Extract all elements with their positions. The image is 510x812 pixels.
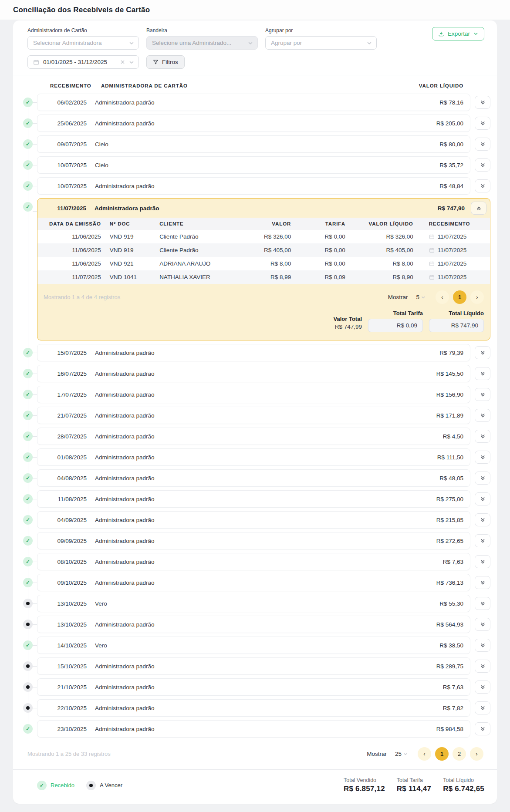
row-value: R$ 80,00	[439, 141, 463, 148]
receivable-row[interactable]: 15/07/2025 Administradora padrão R$ 79,3…	[37, 344, 470, 361]
col-data-emissao: DATA DA EMISSÃO	[37, 218, 105, 230]
expand-row-button[interactable]	[475, 534, 490, 547]
table-row: 11/08/2025 Administradora padrão R$ 275,…	[20, 490, 490, 508]
receivable-row[interactable]: 23/10/2025 Administradora padrão R$ 984,…	[37, 720, 470, 738]
receivable-row[interactable]: 09/09/2025 Administradora padrão R$ 272,…	[37, 532, 470, 549]
receivable-row[interactable]: 16/07/2025 Administradora padrão R$ 145,…	[37, 365, 470, 382]
expand-row-button[interactable]	[475, 681, 490, 694]
prev-page-button[interactable]: ‹	[418, 747, 431, 761]
status-legend: Recebido A Vencer	[37, 781, 122, 790]
expand-row-button[interactable]	[475, 451, 490, 464]
expand-row-button[interactable]	[475, 722, 490, 735]
detail-emissao: 11/06/2025	[37, 230, 105, 243]
expanded-panel: 11/07/2025 Administradora padrão R$ 747,…	[37, 198, 490, 340]
detail-page-button[interactable]: 1	[453, 290, 466, 304]
expanded-panel-header[interactable]: 11/07/2025 Administradora padrão R$ 747,…	[37, 199, 490, 218]
detail-page-size-select[interactable]: 5	[416, 294, 426, 300]
date-range-picker[interactable]: 01/01/2025 - 31/12/2025	[27, 55, 139, 69]
expand-row-button[interactable]	[475, 96, 490, 109]
page-button-2[interactable]: 2	[453, 747, 466, 761]
expand-row-button[interactable]	[475, 639, 490, 652]
receivable-row[interactable]: 09/10/2025 Administradora padrão R$ 736,…	[37, 574, 470, 591]
next-page-button[interactable]: ›	[470, 747, 483, 761]
agrupar-select[interactable]: Agrupar por	[265, 36, 377, 50]
row-admin: Administradora padrão	[95, 183, 155, 189]
detail-recebimento-cell: 11/07/2025	[418, 270, 490, 284]
row-admin: Administradora padrão	[95, 726, 155, 732]
receivable-row[interactable]: 13/10/2025 Vero R$ 55,30	[37, 595, 470, 612]
table-row: 16/07/2025 Administradora padrão R$ 145,…	[20, 365, 490, 382]
receivable-row[interactable]: 17/07/2025 Administradora padrão R$ 156,…	[37, 386, 470, 403]
timeline-dash	[33, 520, 37, 520]
detail-tarifa: R$ 0,00	[295, 243, 350, 257]
expand-row-button[interactable]	[475, 117, 490, 130]
expand-row-button[interactable]	[475, 138, 490, 151]
detail-row[interactable]: 11/06/2025 VND 919 Cliente Padrão R$ 326…	[37, 230, 490, 243]
row-value: R$ 171,89	[436, 412, 463, 419]
detail-row[interactable]: 11/06/2025 VND 919 Cliente Padrão R$ 405…	[37, 243, 490, 257]
filtros-button[interactable]: Filtros	[146, 55, 185, 69]
detail-row[interactable]: 11/06/2025 VND 921 ADRIANA ARAUJO R$ 8,0…	[37, 257, 490, 270]
receivable-row[interactable]: 21/07/2025 Administradora padrão R$ 171,…	[37, 407, 470, 424]
expand-row-button[interactable]	[475, 430, 490, 443]
timeline-dash	[33, 394, 37, 395]
receivable-row[interactable]: 10/07/2025 Administradora padrão R$ 48,8…	[37, 177, 470, 195]
receivable-row[interactable]: 04/09/2025 Administradora padrão R$ 215,…	[37, 511, 470, 529]
expand-row-button[interactable]	[475, 555, 490, 568]
expand-row-button[interactable]	[475, 388, 490, 401]
detail-tarifa: R$ 0,00	[295, 230, 350, 243]
expand-row-button[interactable]	[475, 492, 490, 505]
expand-row-button[interactable]	[475, 618, 490, 631]
expand-row-button[interactable]	[475, 179, 490, 192]
receivable-row[interactable]: 15/10/2025 Administradora padrão R$ 289,…	[37, 657, 470, 675]
detail-doc: VND 1041	[105, 270, 155, 284]
receivable-row[interactable]: 04/08/2025 Administradora padrão R$ 48,0…	[37, 469, 470, 487]
receivable-row[interactable]: 25/06/2025 Administradora padrão R$ 205,…	[37, 115, 470, 132]
expand-row-button[interactable]	[475, 158, 490, 172]
detail-cliente: Cliente Padrão	[155, 243, 236, 257]
collapse-row-button[interactable]	[471, 202, 486, 215]
receivable-row[interactable]: 11/08/2025 Administradora padrão R$ 275,…	[37, 490, 470, 508]
expand-row-button[interactable]	[475, 367, 490, 380]
row-date: 10/07/2025	[44, 162, 87, 168]
chevron-down-icon	[421, 295, 426, 300]
expand-row-button[interactable]	[475, 576, 490, 589]
detail-prev-page-button[interactable]: ‹	[436, 290, 449, 304]
timeline-dash	[33, 436, 37, 437]
expand-row-button[interactable]	[475, 701, 490, 714]
expand-row-button[interactable]	[475, 597, 490, 610]
page-button-1[interactable]: 1	[435, 747, 449, 761]
list-pagination: Mostrando 1 a 25 de 33 registros Mostrar…	[20, 741, 490, 769]
receivable-row[interactable]: 14/10/2025 Vero R$ 38,50	[37, 637, 470, 654]
clear-date-icon[interactable]	[120, 60, 125, 64]
administradora-select[interactable]: Selecionar Administradora	[27, 36, 139, 50]
expand-row-button[interactable]	[475, 513, 490, 526]
timeline-dash	[33, 603, 37, 604]
receivable-row[interactable]: 22/10/2025 Administradora padrão R$ 7,82	[37, 699, 470, 717]
total-liquido-value: R$ 6.742,65	[443, 785, 484, 793]
receivable-row[interactable]: 28/07/2025 Administradora padrão R$ 4,50	[37, 428, 470, 445]
expand-row-button[interactable]	[475, 472, 490, 485]
table-row: 10/07/2025 Administradora padrão R$ 48,8…	[20, 177, 490, 195]
detail-next-page-button[interactable]: ›	[470, 290, 484, 304]
receivable-row[interactable]: 10/07/2025 Cielo R$ 35,72	[37, 156, 470, 174]
export-button[interactable]: Exportar	[432, 27, 484, 40]
table-row: 10/07/2025 Cielo R$ 35,72	[20, 156, 490, 174]
expand-row-button[interactable]	[475, 346, 490, 359]
detail-recebimento: 11/07/2025	[438, 233, 467, 240]
expand-row-button[interactable]	[475, 409, 490, 422]
expand-row-button[interactable]	[475, 660, 490, 673]
detail-valor-liquido: R$ 405,00	[350, 243, 418, 257]
detail-pagination: Mostrando 1 a 4 de 4 registros Mostrar 5…	[37, 284, 490, 306]
receivable-row[interactable]: 13/10/2025 Administradora padrão R$ 564,…	[37, 616, 470, 633]
total-liquido-value: R$ 747,90	[429, 319, 484, 332]
receivable-row[interactable]: 21/10/2025 Administradora padrão R$ 7,63	[37, 678, 470, 696]
bandeira-select[interactable]: Selecione uma Administrado...	[146, 36, 258, 50]
detail-row[interactable]: 11/07/2025 VND 1041 NATHALIA XAVIER R$ 8…	[37, 270, 490, 284]
receivable-row[interactable]: 01/08/2025 Administradora padrão R$ 111,…	[37, 448, 470, 466]
status-icon	[23, 348, 33, 357]
page-size-select[interactable]: 25	[395, 751, 408, 757]
receivable-row[interactable]: 06/02/2025 Administradora padrão R$ 78,1…	[37, 94, 470, 111]
receivable-row[interactable]: 08/10/2025 Administradora padrão R$ 7,63	[37, 553, 470, 570]
receivable-row[interactable]: 09/07/2025 Cielo R$ 80,00	[37, 135, 470, 153]
